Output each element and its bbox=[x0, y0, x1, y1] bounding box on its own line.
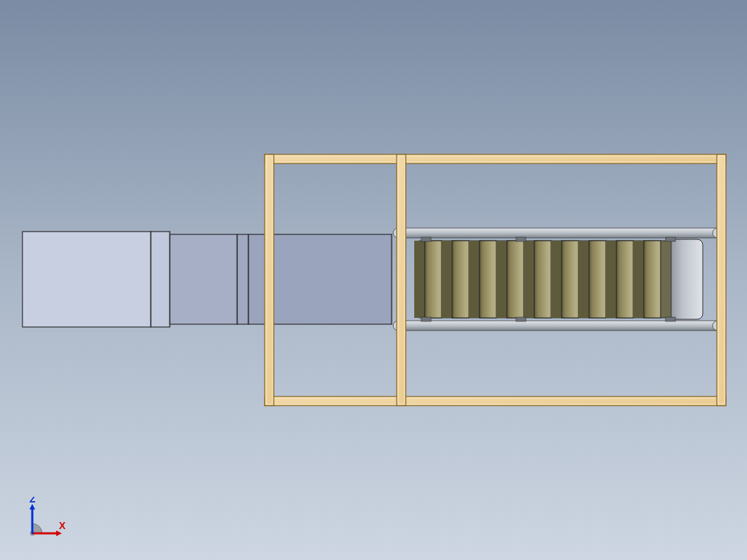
svg-rect-27 bbox=[534, 241, 551, 318]
svg-rect-28 bbox=[551, 241, 562, 318]
svg-rect-33 bbox=[616, 241, 633, 318]
svg-rect-26 bbox=[524, 241, 534, 318]
svg-rect-25 bbox=[507, 241, 524, 318]
svg-rect-35 bbox=[644, 241, 661, 318]
svg-rect-6 bbox=[237, 234, 249, 324]
svg-rect-41 bbox=[516, 237, 526, 241]
svg-rect-20 bbox=[442, 241, 452, 318]
svg-rect-40 bbox=[516, 317, 526, 321]
svg-rect-2 bbox=[151, 232, 170, 327]
svg-rect-11 bbox=[395, 321, 721, 331]
svg-rect-23 bbox=[480, 241, 496, 318]
svg-rect-38 bbox=[666, 237, 675, 241]
svg-rect-36 bbox=[421, 237, 431, 241]
svg-rect-19 bbox=[425, 241, 442, 318]
svg-rect-21 bbox=[452, 241, 469, 318]
svg-rect-22 bbox=[469, 241, 480, 318]
svg-rect-30 bbox=[579, 241, 589, 318]
svg-rect-32 bbox=[606, 241, 616, 318]
svg-rect-31 bbox=[589, 241, 606, 318]
svg-rect-39 bbox=[666, 317, 675, 321]
svg-rect-37 bbox=[421, 317, 431, 321]
svg-rect-0 bbox=[22, 232, 151, 327]
svg-rect-4 bbox=[170, 234, 237, 324]
svg-rect-29 bbox=[562, 241, 579, 318]
svg-rect-18 bbox=[414, 241, 425, 318]
svg-rect-34 bbox=[633, 241, 644, 318]
svg-rect-24 bbox=[496, 241, 507, 318]
cad-viewport[interactable]: XZ bbox=[0, 0, 747, 560]
model-render bbox=[0, 0, 747, 560]
svg-rect-10 bbox=[395, 228, 721, 238]
svg-rect-16 bbox=[670, 239, 703, 319]
